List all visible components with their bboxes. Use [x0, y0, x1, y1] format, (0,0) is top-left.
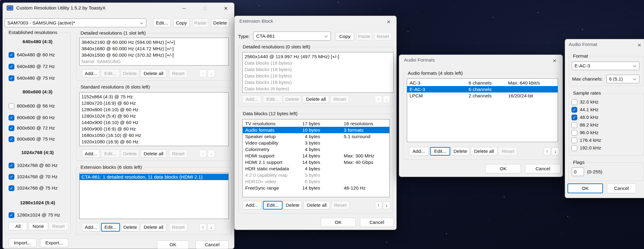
- type-select[interactable]: CTA-861: [253, 32, 331, 41]
- sample-rate-checkbox[interactable]: ✓32.0 kHz: [571, 99, 598, 105]
- checkbox[interactable]: ✓: [9, 52, 14, 58]
- dialog-cancel-button[interactable]: Cancel: [360, 218, 394, 227]
- audio-add-button[interactable]: Add...: [409, 147, 429, 156]
- data-blocks-add-button[interactable]: Add...: [242, 201, 261, 209]
- list-item[interactable]: 2560x1440 @ 119.997 Hz (497.75 MHz) [+/-…: [243, 53, 393, 60]
- resolution-checkbox[interactable]: ✓1024x768 @ 60 Hz: [9, 162, 58, 168]
- extension-move-up-button[interactable]: ↑: [199, 223, 207, 231]
- list-item[interactable]: 1152x864 (4:3) @ 75 Hz: [80, 93, 228, 100]
- data-block-row[interactable]: Audio formats10 bytes3 formats: [243, 127, 389, 133]
- dialog-cancel-button[interactable]: Cancel: [607, 183, 636, 193]
- main-cancel-button[interactable]: Cancel: [196, 240, 229, 249]
- checkbox[interactable]: ✓: [9, 64, 14, 70]
- dialog-ok-button[interactable]: OK: [567, 183, 603, 193]
- list-item[interactable]: Data blocks (18 bytes): [243, 60, 393, 66]
- list-item[interactable]: Data blocks (6 bytes): [243, 85, 393, 92]
- list-item[interactable]: Data blocks (18 bytes): [243, 73, 393, 79]
- list-item[interactable]: 3840x1680 @ 60.000 Hz (414.72 MHz) [+/-]: [80, 45, 228, 52]
- extension-delete-all-button[interactable]: Delete all: [140, 223, 167, 232]
- dialog-ok-button[interactable]: OK: [321, 218, 356, 227]
- checkbox[interactable]: ✓: [571, 107, 577, 113]
- detailed-delete-all-button[interactable]: Delete all: [140, 69, 167, 77]
- flags-input[interactable]: [572, 167, 584, 176]
- extension-blocks-list[interactable]: CTA-861: 1 detailed resolution, 11 data …: [79, 172, 229, 219]
- data-block-row[interactable]: TV resolutions17 bytes16 resolutions: [243, 120, 389, 127]
- list-item[interactable]: CTA-861: 1 detailed resolution, 11 data …: [80, 174, 228, 180]
- list-item[interactable]: Data blocks (18 bytes): [243, 66, 393, 73]
- close-button[interactable]: ×: [549, 56, 560, 65]
- resolution-checkbox[interactable]: ✓800x600 @ 56 Hz: [9, 103, 55, 109]
- resolution-checkbox[interactable]: ✓800x600 @ 75 Hz: [9, 136, 55, 142]
- audio-delete-button[interactable]: Delete: [451, 147, 470, 156]
- audio-delete-all-button[interactable]: Delete all: [471, 147, 497, 156]
- checkbox[interactable]: ✓: [9, 115, 14, 121]
- block-copy-button[interactable]: Copy: [335, 32, 354, 40]
- resolution-checkbox[interactable]: ✓1280x1024 @ 75 Hz: [9, 212, 60, 218]
- checkbox[interactable]: ✓: [9, 125, 14, 131]
- titlebar[interactable]: Custom Resolution Utility 1.5.2 by Toast…: [3, 3, 234, 14]
- list-item[interactable]: Data blocks (18 bytes): [243, 79, 393, 85]
- established-all-button[interactable]: All: [9, 222, 27, 230]
- data-block-row[interactable]: FreeSync range14 bytes48-120 Hz: [243, 185, 389, 191]
- checkbox[interactable]: ✓: [9, 212, 14, 218]
- checkbox[interactable]: ✓: [9, 185, 14, 191]
- audio-format-row[interactable]: AC-36 channelsMax: 640 kbit/s: [407, 80, 558, 86]
- audio-move-down-button[interactable]: ↓: [552, 147, 559, 155]
- extension-move-down-button[interactable]: ↓: [208, 223, 215, 231]
- checkbox[interactable]: ✓: [571, 145, 577, 151]
- checkbox[interactable]: ✓: [571, 115, 577, 120]
- resolution-checkbox[interactable]: ✓800x600 @ 60 Hz: [9, 115, 55, 121]
- established-none-button[interactable]: None: [28, 222, 48, 230]
- checkbox[interactable]: ✓: [9, 75, 14, 81]
- data-block-row[interactable]: 4:2:0 capability map3 bytes: [243, 172, 389, 178]
- resolution-checkbox[interactable]: ✓1024x768 @ 70 Hz: [9, 174, 58, 180]
- list-item[interactable]: 1600x900 (16:9) @ 60 Hz: [80, 126, 228, 132]
- dialog-ok-button[interactable]: OK: [485, 164, 521, 173]
- audio-format-row[interactable]: LPCM2 channels16/20/24-bit: [407, 92, 558, 99]
- close-button[interactable]: ×: [634, 40, 644, 49]
- resolution-checkbox[interactable]: ✓640x480 @ 75 Hz: [9, 75, 55, 81]
- data-block-row[interactable]: Colorimetry4 bytes: [243, 146, 389, 153]
- data-block-row[interactable]: HDR static metadata4 bytes: [243, 165, 389, 172]
- list-item[interactable]: Name: SAMSUNG: [80, 58, 228, 65]
- resolution-checkbox[interactable]: ✓640x480 @ 60 Hz: [9, 52, 55, 58]
- checkbox[interactable]: ✓: [571, 122, 577, 128]
- audio-formats-list[interactable]: AC-36 channelsMax: 640 kbit/s E-AC-36 ch…: [407, 78, 558, 142]
- audio-move-up-button[interactable]: ↑: [544, 147, 551, 155]
- list-item[interactable]: 1680x1050 (16:10) @ 60 Hz: [80, 132, 228, 138]
- data-block-row[interactable]: HDMI 2.1 support14 bytesMax: 40 Gbps: [243, 159, 389, 165]
- minimize-button[interactable]: [177, 3, 191, 14]
- list-item[interactable]: 1920x1080 (16:9) @ 60 Hz: [80, 138, 228, 145]
- extension-delete-button[interactable]: Delete: [121, 223, 139, 232]
- checkbox[interactable]: ✓: [9, 174, 14, 180]
- main-ok-button[interactable]: OK: [157, 240, 189, 249]
- data-block-row[interactable]: HDR10+ video6 bytes: [243, 178, 389, 185]
- import-button[interactable]: Import...: [9, 239, 36, 247]
- display-edit-button[interactable]: Edit...: [153, 19, 171, 27]
- detailed-resolutions-list[interactable]: 3840x2160 @ 60.000 Hz (594.00 MHz) [+/+]…: [79, 38, 229, 66]
- list-item[interactable]: 3840x1500 @ 60.000 Hz (370.32 MHz) [+/-]: [80, 52, 228, 58]
- list-item[interactable]: 1280x800 (16:10) @ 60 Hz: [80, 106, 228, 113]
- checkbox[interactable]: ✓: [9, 163, 14, 168]
- sample-rate-checkbox[interactable]: ✓44.1 kHz: [571, 107, 598, 113]
- standard-resolutions-list[interactable]: 1152x864 (4:3) @ 75 Hz 1280x720 (16:9) @…: [79, 92, 229, 146]
- checkbox[interactable]: ✓: [9, 103, 14, 109]
- close-button[interactable]: ×: [383, 17, 394, 26]
- display-copy-button[interactable]: Copy: [173, 19, 189, 27]
- display-delete-button[interactable]: Delete: [211, 19, 229, 27]
- data-blocks-delete-all-button[interactable]: Delete all: [304, 201, 330, 209]
- sample-rate-checkbox[interactable]: ✓96.0 kHz: [571, 130, 598, 136]
- titlebar[interactable]: Audio Formats ×: [399, 55, 563, 66]
- list-item[interactable]: 1280x1024 (5:4) @ 60 Hz: [80, 113, 228, 119]
- dialog-detailed-resolutions-list[interactable]: 2560x1440 @ 119.997 Hz (497.75 MHz) [+/-…: [242, 52, 394, 93]
- format-select[interactable]: E-AC-3: [572, 62, 639, 70]
- list-item[interactable]: 3840x2160 @ 60.000 Hz (594.00 MHz) [+/+]: [80, 39, 228, 45]
- data-blocks-edit-button[interactable]: Edit...: [263, 201, 283, 209]
- data-block-row[interactable]: Video capability3 bytes: [243, 140, 389, 146]
- dialog-detailed-delete-all-button[interactable]: Delete all: [303, 95, 329, 103]
- resolution-checkbox[interactable]: ✓800x600 @ 72 Hz: [9, 125, 55, 131]
- data-blocks-move-up-button[interactable]: ↑: [375, 201, 382, 209]
- checkbox[interactable]: ✓: [571, 99, 577, 105]
- list-item[interactable]: 1280x720 (16:9) @ 60 Hz: [80, 100, 228, 106]
- standard-add-button[interactable]: Add...: [82, 149, 100, 158]
